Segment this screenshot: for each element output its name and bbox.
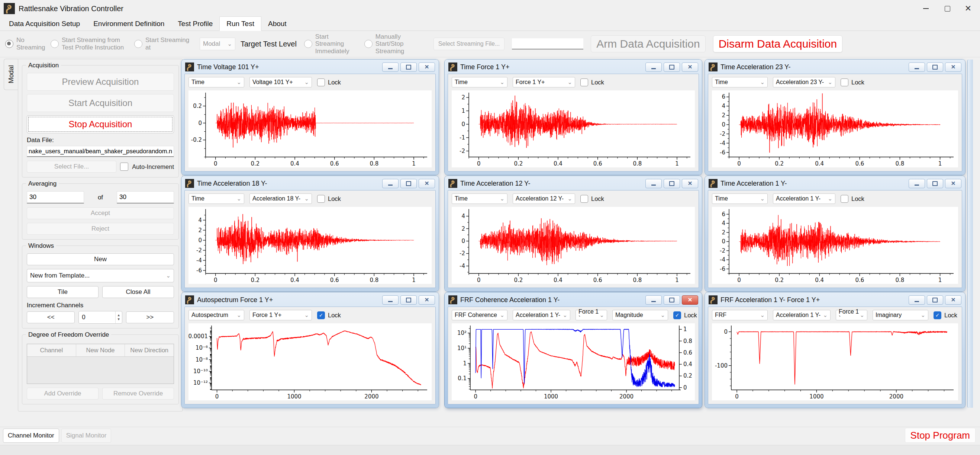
- close-all-button[interactable]: Close All: [102, 286, 174, 298]
- window-minimize-button[interactable]: [645, 179, 662, 188]
- window-maximize-button[interactable]: [927, 179, 943, 188]
- averages-total-input[interactable]: [117, 191, 174, 203]
- window-titlebar[interactable]: Time Force 1 Y+ ✕: [448, 59, 699, 73]
- lock-checkbox[interactable]: Lock: [841, 78, 864, 86]
- tab-data-acquisition-setup[interactable]: Data Acquisition Setup: [2, 18, 87, 30]
- window-maximize-button[interactable]: [663, 179, 680, 188]
- plot-canvas[interactable]: 00.20.40.60.816420-2-4-6: [712, 207, 958, 284]
- plot-combo[interactable]: Time⌄: [712, 193, 768, 204]
- plot-canvas[interactable]: 0100020000-100: [712, 323, 958, 400]
- tab-run-test[interactable]: Run Test: [220, 16, 261, 31]
- plot-combo[interactable]: Time⌄: [452, 77, 508, 88]
- radio-start-streaming-from-test-profile[interactable]: Start Streaming from Test Profile Instru…: [51, 37, 127, 51]
- mdi-window[interactable]: Time Voltage 101 Y+ ✕ Time⌄Voltage 101 Y…: [181, 59, 439, 175]
- new-from-template-select[interactable]: New from Template... ⌄: [27, 269, 174, 283]
- plot-combo[interactable]: Acceleration 12 Y-⌄: [513, 193, 575, 204]
- lock-checkbox[interactable]: Lock: [841, 195, 864, 203]
- window-maximize-button[interactable]: [400, 295, 417, 305]
- plot-canvas[interactable]: 00.20.40.60.816420-2-4-6: [712, 90, 958, 168]
- window-minimize-button[interactable]: [908, 295, 925, 305]
- plot-canvas[interactable]: 00.20.40.60.810.20-0.2: [188, 90, 432, 168]
- new-window-button[interactable]: New: [27, 253, 174, 265]
- lock-checkbox[interactable]: ✓Lock: [934, 311, 957, 319]
- spinner-up-icon[interactable]: ▲: [116, 313, 122, 317]
- tile-button[interactable]: Tile: [27, 286, 99, 298]
- tab-channel-monitor[interactable]: Channel Monitor: [3, 429, 59, 443]
- plot-combo[interactable]: FRF Coherence⌄: [452, 310, 508, 320]
- window-close-button[interactable]: ✕: [682, 179, 698, 188]
- window-close-button[interactable]: ✕: [945, 62, 961, 72]
- partial-window-edge[interactable]: [967, 59, 973, 408]
- tab-test-profile[interactable]: Test Profile: [171, 18, 220, 30]
- plot-combo[interactable]: Time⌄: [712, 77, 768, 88]
- window-maximize-button[interactable]: [663, 295, 680, 305]
- window-titlebar[interactable]: Time Acceleration 23 Y- ✕: [708, 59, 962, 73]
- window-close-button[interactable]: ✕: [682, 295, 698, 305]
- plot-combo[interactable]: Acceleration 23 Y-⌄: [773, 77, 835, 88]
- window-titlebar[interactable]: FRF Coherence Acceleration 1 Y- ✕: [448, 292, 699, 307]
- tab-environment-definition[interactable]: Environment Definition: [87, 18, 171, 30]
- remove-override-button[interactable]: Remove Override: [102, 388, 174, 399]
- plot-combo[interactable]: Acceleration 1 Y-⌄: [513, 310, 570, 320]
- window-minimize-button[interactable]: [382, 179, 399, 188]
- plot-combo[interactable]: Acceleration 1 Y-⌄: [773, 310, 830, 320]
- averages-current-input[interactable]: [27, 191, 84, 203]
- lock-checkbox[interactable]: Lock: [317, 78, 341, 86]
- lock-checkbox[interactable]: Lock: [580, 195, 604, 203]
- start-acquisition-button[interactable]: Start Acquisition: [27, 94, 174, 112]
- auto-increment-checkbox[interactable]: [120, 163, 128, 171]
- streaming-file-input[interactable]: [512, 38, 583, 49]
- radio-no-streaming[interactable]: No Streaming: [5, 37, 43, 51]
- window-maximize-button[interactable]: [400, 62, 417, 72]
- window-maximize-button[interactable]: [927, 62, 943, 72]
- disarm-data-acquisition-button[interactable]: Disarm Data Acquisition: [713, 35, 842, 53]
- window-titlebar[interactable]: Time Acceleration 1 Y- ✕: [708, 176, 962, 190]
- data-file-input[interactable]: [27, 146, 174, 157]
- app-maximize-button[interactable]: [937, 0, 958, 17]
- increment-channels-button[interactable]: >>: [126, 311, 174, 323]
- window-titlebar[interactable]: Time Voltage 101 Y+ ✕: [185, 59, 436, 73]
- app-close-button[interactable]: ✕: [958, 0, 978, 17]
- window-titlebar[interactable]: Time Acceleration 18 Y- ✕: [185, 176, 436, 190]
- plot-combo[interactable]: Magnitude⌄: [612, 310, 668, 320]
- window-minimize-button[interactable]: [908, 62, 925, 72]
- window-close-button[interactable]: ✕: [418, 62, 435, 72]
- window-maximize-button[interactable]: [400, 179, 417, 188]
- plot-canvas[interactable]: 0100020000.000110⁻⁶10⁻⁸10⁻¹⁰10⁻¹²: [188, 323, 432, 400]
- mdi-window[interactable]: Time Acceleration 18 Y- ✕ Time⌄Accelerat…: [181, 176, 439, 291]
- mdi-window[interactable]: FRF Coherence Acceleration 1 Y- ✕ FRF Co…: [445, 292, 702, 408]
- window-titlebar[interactable]: FRF Acceleration 1 Y- Force 1 Y+ ✕: [708, 292, 962, 307]
- mdi-window[interactable]: Autospectrum Force 1 Y+ ✕ Autospectrum⌄F…: [181, 292, 439, 408]
- window-close-button[interactable]: ✕: [945, 179, 961, 188]
- lock-checkbox[interactable]: Lock: [580, 78, 604, 86]
- accept-button[interactable]: Accept: [27, 207, 174, 219]
- app-minimize-button[interactable]: [915, 0, 936, 17]
- window-minimize-button[interactable]: [645, 62, 662, 72]
- mdi-window[interactable]: Time Acceleration 1 Y- ✕ Time⌄Accelerati…: [705, 176, 965, 291]
- plot-combo[interactable]: Time⌄: [188, 77, 244, 88]
- window-minimize-button[interactable]: [908, 179, 925, 188]
- lock-checkbox[interactable]: ✓Lock: [673, 311, 697, 319]
- plot-combo[interactable]: Force 1 `⌄: [576, 310, 607, 320]
- decrement-channels-button[interactable]: <<: [27, 311, 75, 323]
- plot-canvas[interactable]: 00.20.40.60.81210-1-2: [452, 90, 695, 168]
- window-minimize-button[interactable]: [645, 295, 662, 305]
- lock-checkbox[interactable]: ✓Lock: [317, 311, 341, 319]
- tab-about[interactable]: About: [261, 18, 293, 30]
- plot-combo[interactable]: FRF⌄: [712, 310, 768, 320]
- plot-combo[interactable]: Force 1 Y+⌄: [250, 310, 312, 320]
- window-close-button[interactable]: ✕: [945, 295, 961, 305]
- window-titlebar[interactable]: Time Acceleration 12 Y- ✕: [448, 176, 699, 190]
- preview-acquisition-button[interactable]: Preview Acquisition: [27, 73, 174, 91]
- plot-combo[interactable]: Time⌄: [188, 193, 244, 204]
- dof-override-table[interactable]: Channel New Node New Direction: [27, 344, 174, 384]
- side-tab-modal[interactable]: Modal: [4, 59, 18, 90]
- spinner-down-icon[interactable]: ▼: [116, 317, 122, 321]
- plot-combo[interactable]: Acceleration 18 Y-⌄: [250, 193, 312, 204]
- plot-canvas[interactable]: 01000200010²10¹10.110.80.60.40.20: [452, 323, 695, 400]
- mdi-window[interactable]: Time Acceleration 23 Y- ✕ Time⌄Accelerat…: [705, 59, 965, 175]
- radio-manually-start-stop-streaming[interactable]: Manually Start/Stop Streaming: [364, 33, 426, 55]
- select-file-button[interactable]: Select File...: [27, 161, 116, 172]
- plot-canvas[interactable]: 00.20.40.60.81420-2-4: [452, 207, 695, 284]
- plot-combo[interactable]: Force 1 Y+⌄: [513, 77, 575, 88]
